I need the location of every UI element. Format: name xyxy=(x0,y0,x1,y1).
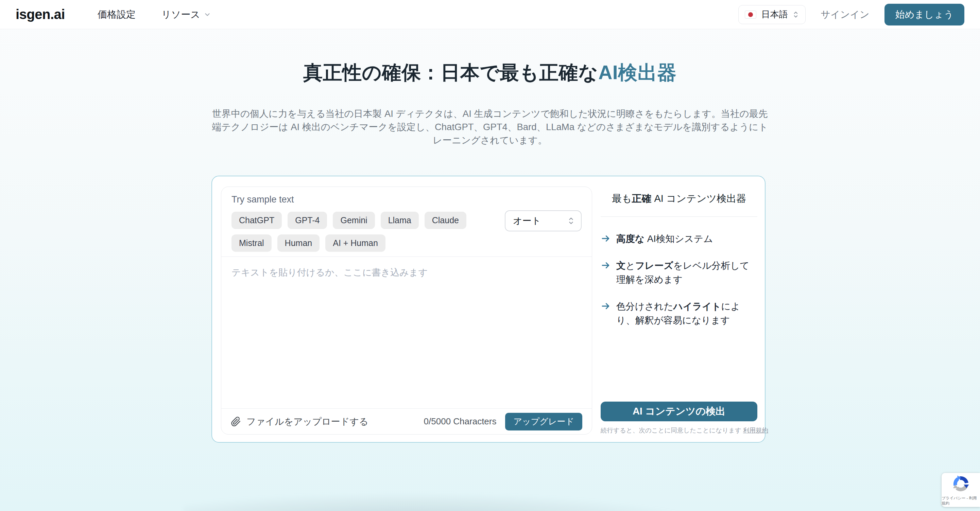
spacer xyxy=(601,327,757,402)
feature-item: 高度な AI検知システム xyxy=(601,232,757,246)
sample-text-label: Try sample text xyxy=(231,194,505,205)
terms-text: 続行すると、次のことに同意したことになります xyxy=(601,427,743,434)
footer-right: 0/5000 Characters アップグレード xyxy=(424,413,582,430)
chevron-updown-icon xyxy=(792,11,799,19)
upload-file-label: ファイルをアップロードする xyxy=(247,416,369,428)
japan-flag-icon xyxy=(745,11,756,19)
chevron-updown-icon xyxy=(567,216,575,225)
divider xyxy=(601,216,757,217)
character-count: 0/5000 Characters xyxy=(424,416,496,427)
terms-note: 続行すると、次のことに同意したことになります 利用規約 xyxy=(601,426,757,435)
sample-chips: ChatGPTGPT-4GeminiLlamaClaudeMistralHuma… xyxy=(231,212,500,252)
detector-card: Try sample text ChatGPTGPT-4GeminiLlamaC… xyxy=(212,176,765,443)
recaptcha-icon xyxy=(951,474,970,494)
page-title-prefix: 真正性の確保：日本で最も正確な xyxy=(303,62,598,83)
editor-header: Try sample text ChatGPTGPT-4GeminiLlamaC… xyxy=(221,187,592,257)
editor-footer: ファイルをアップロードする 0/5000 Characters アップグレード xyxy=(221,408,592,434)
sample-chip[interactable]: Claude xyxy=(425,212,466,229)
text-input[interactable] xyxy=(221,257,592,408)
info-panel: 最も正確 AI コンテンツ検出器 高度な AI検知システム文とフレーズをレベル分… xyxy=(601,187,757,435)
detect-ai-content-button[interactable]: AI コンテンツの検出 xyxy=(601,402,757,421)
upload-file-button[interactable]: ファイルをアップロードする xyxy=(231,416,369,428)
logo[interactable]: isgen.ai xyxy=(16,7,65,22)
sample-chip[interactable]: ChatGPT xyxy=(231,212,282,229)
editor-body xyxy=(221,257,592,408)
arrow-right-icon xyxy=(601,233,611,244)
sample-chip[interactable]: Human xyxy=(277,235,320,252)
language-label: 日本語 xyxy=(761,8,788,21)
language-selector[interactable]: 日本語 xyxy=(738,5,806,24)
recaptcha-label: プライバシー - 利用規約 xyxy=(942,496,980,506)
paperclip-icon xyxy=(231,417,241,427)
nav-item-pricing[interactable]: 価格設定 xyxy=(97,8,136,21)
bottom-shadow xyxy=(183,475,980,511)
feature-text: 色分けされたハイライトにより、解釈が容易になります xyxy=(616,299,757,327)
sample-chip[interactable]: GPT-4 xyxy=(288,212,327,229)
arrow-right-icon xyxy=(601,260,611,270)
navbar: isgen.ai 価格設定 リソース 日本語 サインイン 始めましょう xyxy=(0,0,980,29)
sample-chip[interactable]: Gemini xyxy=(333,212,375,229)
terms-link[interactable]: 利用規約 xyxy=(743,427,768,434)
sample-chip[interactable]: Llama xyxy=(381,212,419,229)
feature-list: 高度な AI検知システム文とフレーズをレベル分析して理解を深めます色分けされたハ… xyxy=(601,232,757,327)
sample-area: Try sample text ChatGPTGPT-4GeminiLlamaC… xyxy=(231,194,505,252)
nav-links: 価格設定 リソース xyxy=(97,8,211,21)
signin-link[interactable]: サインイン xyxy=(821,8,869,21)
chevron-down-icon xyxy=(204,11,211,18)
text-editor-card: Try sample text ChatGPTGPT-4GeminiLlamaC… xyxy=(221,187,592,435)
feature-text: 高度な AI検知システム xyxy=(616,232,713,246)
mode-select-value: オート xyxy=(513,215,567,227)
arrow-right-icon xyxy=(601,301,611,311)
navbar-right: 日本語 サインイン 始めましょう xyxy=(738,4,964,25)
feature-item: 文とフレーズをレベル分析して理解を深めます xyxy=(601,259,757,286)
nav-item-resources[interactable]: リソース xyxy=(161,8,211,21)
get-started-button[interactable]: 始めましょう xyxy=(885,4,964,25)
feature-text: 文とフレーズをレベル分析して理解を深めます xyxy=(616,259,757,286)
hero-description: 世界中の個人に力を与える当社の日本製 AI ディテクタは、AI 生成コンテンツで… xyxy=(210,107,771,147)
upgrade-button[interactable]: アップグレード xyxy=(505,413,582,430)
page-title: 真正性の確保：日本で最も正確なAI検出器 xyxy=(0,60,980,86)
nav-item-resources-label: リソース xyxy=(161,8,200,21)
feature-item: 色分けされたハイライトにより、解釈が容易になります xyxy=(601,299,757,327)
page: isgen.ai 価格設定 リソース 日本語 サインイン 始めましょう xyxy=(0,0,980,511)
mode-select[interactable]: オート xyxy=(505,210,582,232)
sample-chip[interactable]: Mistral xyxy=(231,235,272,252)
panel-title: 最も正確 AI コンテンツ検出器 xyxy=(601,192,757,206)
page-title-highlight: AI検出器 xyxy=(598,62,677,83)
recaptcha-badge[interactable]: プライバシー - 利用規約 xyxy=(942,473,980,507)
sample-chip[interactable]: AI + Human xyxy=(325,235,385,252)
nav-item-pricing-label: 価格設定 xyxy=(97,8,136,21)
